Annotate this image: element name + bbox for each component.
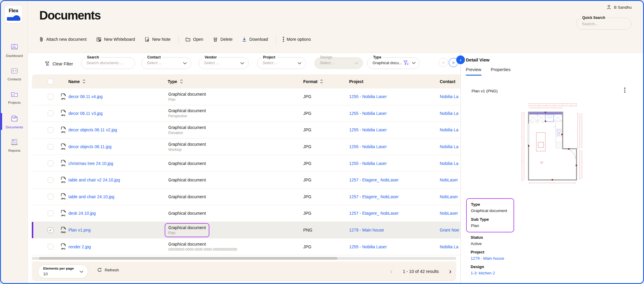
preview-menu-button[interactable] (622, 88, 628, 93)
project-link[interactable]: 1257 - Etagere_ NobLaser (349, 194, 399, 199)
sort-icon[interactable] (180, 79, 183, 84)
document-name-link[interactable]: desk 24.10.jpg (68, 211, 96, 216)
project-link[interactable]: 1279 - Main house (349, 228, 384, 232)
table-body: JPG decor 06.11 v4.jpg Graphical documen… (32, 88, 460, 255)
table-row[interactable]: ✓ PNG Plan v1.png Graphical document Pla… (32, 222, 460, 239)
contact-link[interactable]: NobLaser (440, 211, 458, 216)
document-name-link[interactable]: render 2.jpg (68, 244, 91, 249)
contact-link[interactable]: Nobilia La (440, 144, 458, 149)
document-name-link[interactable]: decor objects 06.11.jpg (68, 144, 112, 149)
row-checkbox[interactable] (48, 211, 53, 216)
row-checkbox[interactable] (48, 194, 53, 199)
document-name-link[interactable]: Plan v1.png (68, 228, 91, 232)
clear-filter-button[interactable]: Clear Filter (45, 61, 73, 66)
sidebar-item-projects[interactable]: Projects (1, 91, 28, 104)
filters-scroll-left-button[interactable]: < (439, 58, 448, 67)
project-link[interactable]: 1255 - Nobilia Laser (349, 144, 387, 149)
select-all-checkbox[interactable] (48, 79, 53, 84)
open-button[interactable]: Open (185, 37, 203, 42)
row-checkbox[interactable] (48, 144, 53, 150)
collapse-panel-button[interactable]: › (456, 55, 465, 64)
sidebar-item-documents[interactable]: Documents (1, 115, 28, 129)
horizontal-scrollbar[interactable] (32, 257, 456, 260)
table-row[interactable]: JPG christmas tree 24.10.jpg Graphical d… (32, 155, 460, 172)
table-row[interactable]: JPG decor 06.11 v3.jpg Graphical documen… (32, 105, 460, 122)
project-link[interactable]: 1257 - Etagere_ NobLaser (349, 178, 399, 182)
quick-search: Quick Search (576, 18, 632, 30)
column-header-type[interactable]: Type (168, 74, 183, 88)
contact-link[interactable]: NobLaser (440, 194, 458, 199)
project-link[interactable]: 1255 - Nobilia Laser (349, 244, 387, 249)
contact-link[interactable]: Nobilia La (440, 127, 458, 132)
elements-per-page-select[interactable]: Elements per page 10 (38, 265, 88, 278)
sidebar-item-reports[interactable]: Reports (1, 138, 28, 152)
contact-link[interactable]: NobLaser (440, 178, 458, 182)
document-name-link[interactable]: table and chair v2 24.10.jpg (68, 178, 120, 182)
column-header-format[interactable]: Format (303, 74, 323, 88)
contact-link[interactable]: Grant Noe (440, 228, 459, 232)
row-checkbox[interactable] (48, 127, 53, 133)
sidebar-item-dashboard[interactable]: Dashboard (1, 43, 28, 58)
sort-icon[interactable] (320, 79, 323, 84)
tab-properties[interactable]: Properties (491, 67, 511, 75)
clear-type-filter-icon[interactable] (403, 60, 409, 65)
scrollbar-thumb[interactable] (39, 257, 337, 260)
floor-plan-preview[interactable] (518, 100, 586, 188)
document-name-link[interactable]: decor objects 06.11 v2.jpg (68, 127, 117, 132)
row-checkbox[interactable] (48, 110, 53, 116)
filter-contact[interactable]: Contact Select ... (141, 57, 191, 69)
project-link[interactable]: 1255 - Nobilia Laser (349, 161, 387, 166)
table-row[interactable]: JPG decor objects 06.11 v2.jpg Graphical… (32, 122, 460, 139)
refresh-button[interactable]: Refresh (97, 268, 119, 272)
new-note-button[interactable]: New Note (145, 37, 170, 42)
sidebar-item-label: Reports (1, 149, 28, 152)
new-whiteboard-button[interactable]: New Whiteboard (96, 37, 135, 42)
table-footer: Elements per page 10 Refresh ‹ 1 - 10 of… (32, 262, 456, 281)
document-name-link[interactable]: decor 06.11 v3.jpg (68, 111, 103, 116)
row-checkbox[interactable] (48, 94, 53, 100)
project-link[interactable]: 1257 - Etagere_ NobLaser (349, 211, 399, 216)
chevron-down-icon (240, 62, 244, 64)
contact-link[interactable]: Nobilia La (440, 244, 458, 249)
document-name-link[interactable]: christmas tree 24.10.jpg (68, 161, 113, 166)
document-name-link[interactable]: decor 06.11 v4.jpg (68, 94, 103, 99)
page-next-button[interactable]: › (449, 267, 451, 276)
table-row[interactable]: JPG decor objects 06.11.jpg Graphical do… (32, 139, 460, 155)
more-options-button[interactable]: More options (283, 37, 311, 42)
filter-type[interactable]: Type Graphical docu... (367, 57, 420, 69)
design-link[interactable]: 1-3: kitchen 2 (471, 271, 504, 275)
sidebar-item-contacts[interactable]: Contacts (1, 67, 28, 81)
project-link[interactable]: 1255 - Nobilia Laser (349, 127, 387, 132)
document-name-link[interactable]: table and chair 24.10.jpg (68, 194, 114, 199)
row-checkbox[interactable] (48, 160, 53, 166)
project-link[interactable]: 1279 - Main house (471, 256, 504, 261)
attach-document-button[interactable]: Attach new document (39, 37, 87, 42)
row-checkbox[interactable]: ✓ (48, 227, 53, 233)
download-button[interactable]: Download (242, 37, 268, 42)
table-row[interactable]: JPG table and chair 24.10.jpg Graphical … (32, 189, 460, 205)
tab-preview[interactable]: Preview (466, 67, 481, 76)
table-row[interactable]: JPG render 2.jpg Graphical document 0000… (32, 238, 460, 255)
contact-link[interactable]: Nobilia La (440, 111, 458, 116)
contact-link[interactable]: Nobilia La (440, 94, 458, 99)
sort-icon[interactable] (82, 79, 86, 84)
table-row[interactable]: JPG desk 24.10.jpg Graphical document JP… (32, 205, 460, 222)
user-menu[interactable]: B Sandhu (606, 4, 632, 10)
file-type-icon: JPG (60, 139, 66, 155)
contact-link[interactable]: Nobilia La (440, 161, 458, 166)
project-link[interactable]: 1255 - Nobilia Laser (349, 111, 387, 116)
row-checkbox[interactable] (48, 244, 53, 250)
column-header-name[interactable]: Name (68, 74, 86, 88)
project-link[interactable]: 1255 - Nobilia Laser (349, 94, 387, 99)
table-row[interactable]: JPG decor 06.11 v4.jpg Graphical documen… (32, 88, 460, 105)
svg-text:PNG: PNG (61, 231, 66, 234)
filter-vendor[interactable]: Vendor Select ... (199, 57, 249, 69)
filter-search[interactable]: Search Search documents ... (81, 57, 135, 69)
filter-project[interactable]: Project Select ... (257, 57, 306, 69)
flex-logo[interactable]: Flex (5, 6, 22, 23)
table-row[interactable]: JPG table and chair v2 24.10.jpg Graphic… (32, 172, 460, 189)
row-checkbox[interactable] (48, 177, 53, 183)
folder-icon (185, 37, 190, 42)
delete-button[interactable]: Delete (213, 37, 232, 42)
page-previous-button[interactable]: ‹ (390, 267, 393, 276)
